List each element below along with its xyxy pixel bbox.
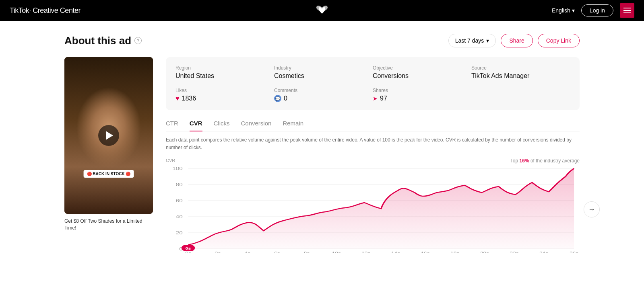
comment-icon: 💬 — [274, 95, 281, 102]
svg-text:12s: 12s — [361, 251, 370, 253]
stats-row-2: Likes ♥ 1836 Comments 💬 0 — [175, 88, 570, 102]
heart-icon: ♥ — [175, 95, 180, 102]
stat-source: Source TikTok Ads Manager — [471, 65, 570, 80]
svg-text:22s: 22s — [510, 251, 518, 253]
tab-remain[interactable]: Remain — [283, 120, 303, 131]
svg-text:20: 20 — [176, 230, 183, 235]
industry-value: Cosmetics — [274, 72, 373, 80]
chart-description: Each data point compares the relative vo… — [166, 136, 580, 152]
page-title: About this ad — [64, 35, 131, 47]
chart-wrap: 100 80 60 40 20 0 — [166, 164, 580, 254]
shares-value: ➤ 97 — [373, 95, 471, 102]
nav-right: English ▾ Log in — [552, 3, 634, 18]
share-icon: ➤ — [373, 95, 378, 102]
video-caption: Get $8 Off Two Shades for a Limited Time… — [64, 218, 153, 232]
stat-objective: Objective Conversions — [373, 65, 471, 80]
chevron-down-icon: ▾ — [486, 37, 489, 44]
info-panel: Region United States Industry Cosmetics … — [166, 57, 580, 262]
svg-text:24s: 24s — [539, 251, 548, 253]
region-value: United States — [175, 72, 274, 80]
tab-ctr[interactable]: CTR — [166, 120, 178, 131]
tab-cvr[interactable]: CVR — [190, 120, 202, 131]
comments-label: Comments — [274, 88, 373, 93]
nav-center-logo — [316, 6, 328, 15]
likes-value: ♥ 1836 — [175, 95, 274, 102]
chevron-down-icon: ▾ — [572, 7, 575, 14]
svg-text:100: 100 — [172, 166, 182, 171]
time-filter-button[interactable]: Last 7 days ▾ — [448, 34, 496, 47]
stat-likes: Likes ♥ 1836 — [175, 88, 274, 102]
svg-text:4s: 4s — [244, 251, 250, 253]
objective-value: Conversions — [373, 72, 471, 80]
svg-text:6s: 6s — [274, 251, 280, 253]
svg-text:26s: 26s — [570, 251, 578, 253]
ad-title-row: About this ad ? — [64, 35, 142, 47]
chart-next-button[interactable]: → — [584, 201, 600, 217]
svg-text:20s: 20s — [480, 251, 489, 253]
navbar: TikTok· Creative Center English ▾ Log in — [0, 0, 644, 21]
stat-comments: Comments 💬 0 — [274, 88, 373, 102]
header-actions: Last 7 days ▾ Share Copy Link — [448, 34, 580, 47]
objective-label: Objective — [373, 65, 471, 71]
video-thumbnail[interactable]: 🔴 BACK IN STOCK 🔴 — [64, 57, 153, 214]
region-label: Region — [175, 65, 274, 71]
chart-top-label: Top 16% of the industry average — [510, 158, 580, 164]
main-content: About this ad ? Last 7 days ▾ Share Copy… — [40, 21, 604, 275]
svg-text:16s: 16s — [421, 251, 429, 253]
svg-text:0s: 0s — [185, 251, 191, 253]
svg-text:40: 40 — [176, 214, 183, 219]
svg-text:2s: 2s — [215, 251, 221, 253]
svg-text:14s: 14s — [391, 251, 400, 253]
login-button[interactable]: Log in — [581, 4, 613, 16]
video-section: 🔴 BACK IN STOCK 🔴 Get $8 Off Two Shades … — [64, 57, 153, 232]
svg-text:18s: 18s — [450, 251, 459, 253]
stat-shares: Shares ➤ 97 — [373, 88, 471, 102]
stat-industry: Industry Cosmetics — [274, 65, 373, 80]
comments-value: 💬 0 — [274, 95, 373, 102]
stats-row-1: Region United States Industry Cosmetics … — [175, 65, 570, 80]
svg-text:0s: 0s — [186, 246, 191, 250]
logo-tiktok: TikTok — [10, 6, 29, 14]
hamburger-menu[interactable] — [620, 3, 634, 18]
svg-text:80: 80 — [176, 182, 183, 187]
info-icon[interactable]: ? — [134, 37, 142, 44]
stat-empty — [471, 88, 570, 102]
share-button[interactable]: Share — [501, 34, 533, 47]
source-label: Source — [471, 65, 570, 71]
play-button[interactable] — [98, 125, 119, 146]
language-selector[interactable]: English ▾ — [552, 7, 575, 14]
source-value: TikTok Ads Manager — [471, 72, 570, 80]
logo-sub: · Creative Center — [29, 6, 80, 14]
logo: TikTok· Creative Center — [10, 6, 80, 15]
svg-text:8s: 8s — [304, 251, 310, 253]
video-overlay-text: 🔴 BACK IN STOCK 🔴 — [84, 170, 134, 178]
content-area: 🔴 BACK IN STOCK 🔴 Get $8 Off Two Shades … — [64, 57, 580, 262]
svg-text:10s: 10s — [332, 251, 341, 253]
tab-conversion[interactable]: Conversion — [241, 120, 272, 131]
chart-svg: 100 80 60 40 20 0 — [166, 164, 580, 253]
tab-clicks[interactable]: Clicks — [214, 120, 230, 131]
svg-text:60: 60 — [176, 198, 183, 203]
stats-card: Region United States Industry Cosmetics … — [166, 57, 580, 110]
industry-label: Industry — [274, 65, 373, 71]
ad-header: About this ad ? Last 7 days ▾ Share Copy… — [64, 34, 580, 47]
shares-label: Shares — [373, 88, 471, 93]
likes-label: Likes — [175, 88, 274, 93]
chart-tabs: CTR CVR Clicks Conversion Remain — [166, 120, 580, 131]
stat-region: Region United States — [175, 65, 274, 80]
chart-container: Top 16% of the industry average CVR 100 — [166, 158, 580, 262]
copy-link-button[interactable]: Copy Link — [538, 34, 580, 47]
